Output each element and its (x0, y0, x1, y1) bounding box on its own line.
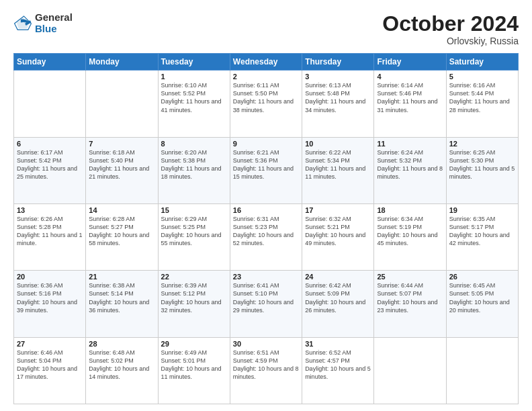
location-subtitle: Orlovskiy, Russia (382, 36, 519, 46)
cell-info: Sunrise: 6:35 AMSunset: 5:17 PMDaylight:… (449, 215, 515, 248)
day-number: 28 (89, 340, 154, 348)
calendar-header-row: Sunday Monday Tuesday Wednesday Thursday… (14, 54, 519, 71)
table-row (14, 71, 86, 137)
cell-info: Sunrise: 6:39 AMSunset: 5:12 PMDaylight:… (161, 281, 227, 314)
cell-info: Sunrise: 6:16 AMSunset: 5:44 PMDaylight:… (449, 81, 515, 114)
day-number: 17 (305, 206, 371, 214)
table-row: 28Sunrise: 6:48 AMSunset: 5:02 PMDayligh… (86, 337, 158, 404)
cell-info: Sunrise: 6:42 AMSunset: 5:09 PMDaylight:… (305, 281, 371, 314)
table-row: 3Sunrise: 6:13 AMSunset: 5:48 PMDaylight… (302, 71, 374, 137)
cell-info: Sunrise: 6:28 AMSunset: 5:27 PMDaylight:… (89, 215, 154, 248)
day-number: 30 (233, 340, 299, 348)
cell-info: Sunrise: 6:20 AMSunset: 5:38 PMDaylight:… (161, 148, 227, 181)
day-number: 2 (233, 73, 299, 81)
header: General Blue October 2024 Orlovskiy, Rus… (13, 12, 519, 46)
table-row: 26Sunrise: 6:45 AMSunset: 5:05 PMDayligh… (446, 271, 518, 337)
day-number: 5 (449, 73, 515, 81)
col-thursday: Thursday (302, 54, 374, 71)
cell-info: Sunrise: 6:10 AMSunset: 5:52 PMDaylight:… (161, 81, 227, 114)
day-number: 25 (377, 273, 443, 281)
cell-info: Sunrise: 6:31 AMSunset: 5:23 PMDaylight:… (233, 215, 299, 248)
cell-info: Sunrise: 6:52 AMSunset: 4:57 PMDaylight:… (305, 349, 371, 381)
calendar-week-row: 20Sunrise: 6:36 AMSunset: 5:16 PMDayligh… (14, 271, 519, 337)
table-row (86, 71, 158, 137)
table-row: 10Sunrise: 6:22 AMSunset: 5:34 PMDayligh… (302, 137, 374, 203)
day-number: 8 (161, 140, 227, 148)
table-row: 8Sunrise: 6:20 AMSunset: 5:38 PMDaylight… (158, 137, 230, 203)
col-monday: Monday (86, 54, 158, 71)
table-row: 21Sunrise: 6:38 AMSunset: 5:14 PMDayligh… (86, 271, 158, 337)
calendar-week-row: 27Sunrise: 6:46 AMSunset: 5:04 PMDayligh… (14, 337, 519, 404)
table-row: 24Sunrise: 6:42 AMSunset: 5:09 PMDayligh… (302, 271, 374, 337)
day-number: 26 (449, 273, 515, 281)
cell-info: Sunrise: 6:13 AMSunset: 5:48 PMDaylight:… (305, 81, 371, 114)
day-number: 23 (233, 273, 299, 281)
table-row: 23Sunrise: 6:41 AMSunset: 5:10 PMDayligh… (230, 271, 302, 337)
day-number: 13 (17, 206, 83, 214)
cell-info: Sunrise: 6:51 AMSunset: 4:59 PMDaylight:… (233, 349, 299, 381)
table-row: 13Sunrise: 6:26 AMSunset: 5:28 PMDayligh… (14, 203, 86, 270)
logo-general-text: General (35, 12, 73, 24)
logo-icon (13, 14, 32, 33)
col-tuesday: Tuesday (158, 54, 230, 71)
cell-info: Sunrise: 6:45 AMSunset: 5:05 PMDaylight:… (449, 281, 515, 314)
day-number: 1 (161, 73, 227, 81)
day-number: 14 (89, 206, 154, 214)
day-number: 21 (89, 273, 154, 281)
day-number: 24 (305, 273, 371, 281)
table-row: 14Sunrise: 6:28 AMSunset: 5:27 PMDayligh… (86, 203, 158, 270)
cell-info: Sunrise: 6:26 AMSunset: 5:28 PMDaylight:… (17, 215, 83, 248)
day-number: 4 (377, 73, 443, 81)
table-row: 29Sunrise: 6:49 AMSunset: 5:01 PMDayligh… (158, 337, 230, 404)
cell-info: Sunrise: 6:38 AMSunset: 5:14 PMDaylight:… (89, 281, 154, 314)
day-number: 12 (449, 140, 515, 148)
cell-info: Sunrise: 6:46 AMSunset: 5:04 PMDaylight:… (17, 349, 83, 381)
day-number: 22 (161, 273, 227, 281)
day-number: 27 (17, 340, 83, 348)
table-row: 25Sunrise: 6:44 AMSunset: 5:07 PMDayligh… (374, 271, 446, 337)
cell-info: Sunrise: 6:25 AMSunset: 5:30 PMDaylight:… (449, 148, 515, 181)
day-number: 15 (161, 206, 227, 214)
cell-info: Sunrise: 6:24 AMSunset: 5:32 PMDaylight:… (377, 148, 443, 181)
table-row: 16Sunrise: 6:31 AMSunset: 5:23 PMDayligh… (230, 203, 302, 270)
day-number: 9 (233, 140, 299, 148)
calendar-week-row: 1Sunrise: 6:10 AMSunset: 5:52 PMDaylight… (14, 71, 519, 137)
page: General Blue October 2024 Orlovskiy, Rus… (0, 0, 532, 411)
day-number: 18 (377, 206, 443, 214)
table-row: 6Sunrise: 6:17 AMSunset: 5:42 PMDaylight… (14, 137, 86, 203)
day-number: 10 (305, 140, 371, 148)
day-number: 19 (449, 206, 515, 214)
cell-info: Sunrise: 6:32 AMSunset: 5:21 PMDaylight:… (305, 215, 371, 248)
day-number: 31 (305, 340, 371, 348)
table-row (446, 337, 518, 404)
col-sunday: Sunday (14, 54, 86, 71)
table-row: 31Sunrise: 6:52 AMSunset: 4:57 PMDayligh… (302, 337, 374, 404)
cell-info: Sunrise: 6:14 AMSunset: 5:46 PMDaylight:… (377, 81, 443, 114)
title-block: October 2024 Orlovskiy, Russia (382, 12, 519, 46)
calendar-week-row: 13Sunrise: 6:26 AMSunset: 5:28 PMDayligh… (14, 203, 519, 270)
table-row: 12Sunrise: 6:25 AMSunset: 5:30 PMDayligh… (446, 137, 518, 203)
table-row: 18Sunrise: 6:34 AMSunset: 5:19 PMDayligh… (374, 203, 446, 270)
cell-info: Sunrise: 6:36 AMSunset: 5:16 PMDaylight:… (17, 281, 83, 314)
table-row: 22Sunrise: 6:39 AMSunset: 5:12 PMDayligh… (158, 271, 230, 337)
table-row: 4Sunrise: 6:14 AMSunset: 5:46 PMDaylight… (374, 71, 446, 137)
table-row: 20Sunrise: 6:36 AMSunset: 5:16 PMDayligh… (14, 271, 86, 337)
logo: General Blue (13, 12, 73, 34)
table-row: 17Sunrise: 6:32 AMSunset: 5:21 PMDayligh… (302, 203, 374, 270)
logo-text: General Blue (35, 12, 73, 34)
day-number: 3 (305, 73, 371, 81)
day-number: 29 (161, 340, 227, 348)
table-row: 15Sunrise: 6:29 AMSunset: 5:25 PMDayligh… (158, 203, 230, 270)
table-row: 7Sunrise: 6:18 AMSunset: 5:40 PMDaylight… (86, 137, 158, 203)
cell-info: Sunrise: 6:48 AMSunset: 5:02 PMDaylight:… (89, 349, 154, 381)
cell-info: Sunrise: 6:18 AMSunset: 5:40 PMDaylight:… (89, 148, 154, 181)
cell-info: Sunrise: 6:34 AMSunset: 5:19 PMDaylight:… (377, 215, 443, 248)
col-wednesday: Wednesday (230, 54, 302, 71)
table-row: 19Sunrise: 6:35 AMSunset: 5:17 PMDayligh… (446, 203, 518, 270)
table-row: 11Sunrise: 6:24 AMSunset: 5:32 PMDayligh… (374, 137, 446, 203)
calendar-table: Sunday Monday Tuesday Wednesday Thursday… (13, 53, 519, 404)
table-row: 9Sunrise: 6:21 AMSunset: 5:36 PMDaylight… (230, 137, 302, 203)
day-number: 16 (233, 206, 299, 214)
logo-blue-text: Blue (35, 24, 73, 35)
cell-info: Sunrise: 6:11 AMSunset: 5:50 PMDaylight:… (233, 81, 299, 114)
